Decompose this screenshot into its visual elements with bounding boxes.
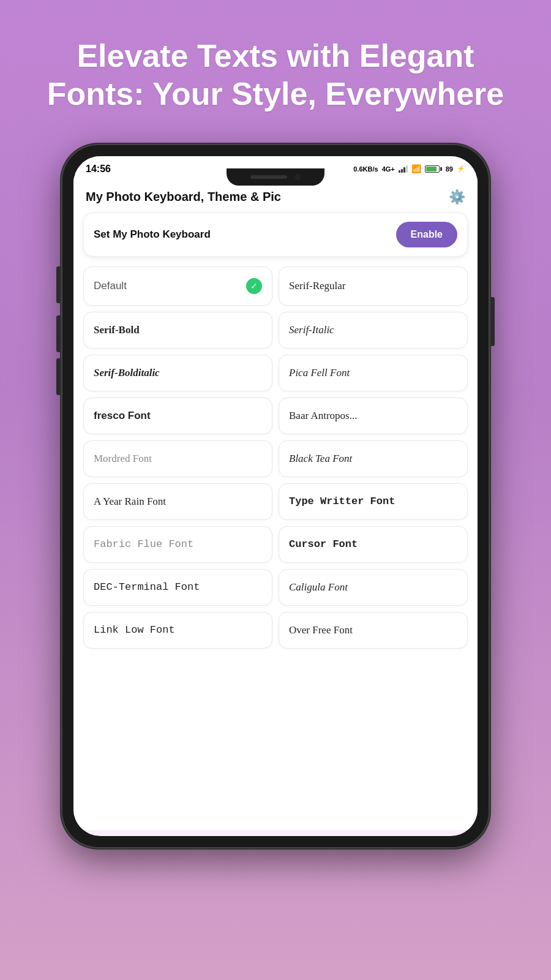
enable-label: Set My Photo Keyboard <box>94 228 211 241</box>
font-item-linklow[interactable]: Link Low Font <box>83 612 272 649</box>
font-item-fresco[interactable]: fresco Font <box>83 398 272 434</box>
signal-icon <box>399 165 408 173</box>
app-title: My Photo Keyboard, Theme & Pic <box>86 190 281 204</box>
app-content: My Photo Keyboard, Theme & Pic ⚙️ Set My… <box>73 179 478 830</box>
font-label-dec: DEC-Terminal Font <box>94 581 200 593</box>
battery-icon <box>425 165 442 173</box>
font-item-serif-bolditalic[interactable]: Serif-Bolditalic <box>83 355 272 391</box>
font-item-serif-regular[interactable]: Serif-Regular <box>279 266 468 306</box>
check-icon: ✓ <box>246 278 262 294</box>
font-label-cursor: Cursor Font <box>289 538 358 550</box>
font-label-overfree: Over Free Font <box>289 624 353 636</box>
font-item-pica-fell[interactable]: Pica Fell Font <box>279 355 468 391</box>
font-item-typewriter[interactable]: Type Writter Font <box>279 483 468 520</box>
font-item-serif-italic[interactable]: Serif-Italic <box>279 312 468 349</box>
font-label-linklow: Link Low Font <box>94 624 175 636</box>
font-label-caligula: Caligula Font <box>289 581 348 594</box>
font-label-pica-fell: Pica Fell Font <box>289 367 350 379</box>
font-item-cursor[interactable]: Cursor Font <box>279 526 468 563</box>
status-time: 14:56 <box>86 164 111 175</box>
font-item-caligula[interactable]: Caligula Font <box>279 569 468 606</box>
font-label-serif-bolditalic: Serif-Bolditalic <box>94 367 160 379</box>
font-label-serif-bold: Serif-Bold <box>94 324 140 336</box>
hero-title: Elevate Texts with Elegant Fonts: Your S… <box>0 0 551 138</box>
font-item-yearrain[interactable]: A Year Rain Font <box>83 483 272 520</box>
font-item-baar[interactable]: Baar Antropos... <box>279 398 468 434</box>
speed-indicator: 0.6KB/s <box>353 165 378 173</box>
font-label-fresco: fresco Font <box>94 410 151 422</box>
font-item-mordred[interactable]: Mordred Font <box>83 440 272 477</box>
hero-section: Elevate Texts with Elegant Fonts: Your S… <box>0 0 551 138</box>
font-item-default[interactable]: Default✓ <box>83 266 272 306</box>
font-label-blacktea: Black Tea Font <box>289 453 352 465</box>
font-grid: Default✓Serif-RegularSerif-BoldSerif-Ita… <box>73 264 478 658</box>
font-label-serif-regular: Serif-Regular <box>289 280 346 292</box>
font-label-fabric: Fabric Flue Font <box>94 538 193 550</box>
font-label-yearrain: A Year Rain Font <box>94 496 166 508</box>
enable-keyboard-bar: Set My Photo Keyboard Enable <box>83 213 468 257</box>
phone-notch <box>227 168 324 186</box>
network-type: 4G+ <box>382 165 395 173</box>
wifi-icon: 📶 <box>411 164 421 173</box>
phone-mockup: 14:56 0.6KB/s 4G+ 📶 89 ⚡ My Photo Keyb <box>61 144 490 848</box>
font-label-default: Default <box>94 280 127 292</box>
font-item-serif-bold[interactable]: Serif-Bold <box>83 312 272 349</box>
font-label-baar: Baar Antropos... <box>289 410 357 422</box>
phone-screen: 14:56 0.6KB/s 4G+ 📶 89 ⚡ My Photo Keyb <box>73 156 478 836</box>
speaker-grille <box>250 175 287 179</box>
battery-percent: 89 <box>446 165 453 173</box>
font-label-typewriter: Type Writter Font <box>289 496 395 507</box>
font-item-fabric[interactable]: Fabric Flue Font <box>83 526 272 563</box>
font-item-blacktea[interactable]: Black Tea Font <box>279 440 468 477</box>
font-item-overfree[interactable]: Over Free Font <box>279 612 468 649</box>
font-label-mordred: Mordred Font <box>94 453 152 465</box>
front-camera <box>294 174 301 180</box>
font-label-serif-italic: Serif-Italic <box>289 324 334 336</box>
gear-icon[interactable]: ⚙️ <box>449 189 465 205</box>
charging-icon: ⚡ <box>457 165 465 173</box>
enable-button[interactable]: Enable <box>396 222 457 247</box>
status-right: 0.6KB/s 4G+ 📶 89 ⚡ <box>353 164 465 173</box>
font-item-dec[interactable]: DEC-Terminal Font <box>83 569 272 606</box>
